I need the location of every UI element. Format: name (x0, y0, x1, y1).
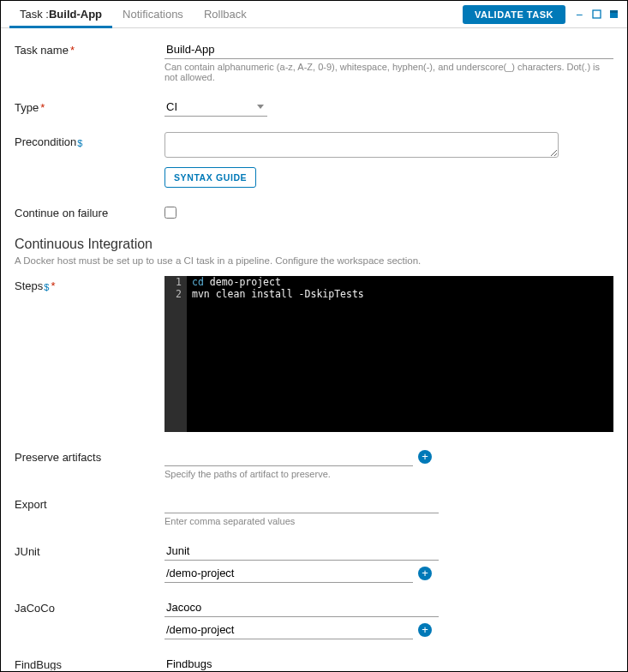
findbugs-name-input[interactable] (164, 655, 439, 670)
header-bar: Task : Build-App Notifications Rollback … (1, 1, 627, 28)
row-findbugs: FindBugs + (15, 655, 613, 670)
validate-task-button[interactable]: VALIDATE TASK (463, 5, 565, 24)
continue-label: Continue on failure (15, 203, 164, 221)
task-name-field: Can contain alphanumeric (a-z, A-Z, 0-9)… (164, 40, 613, 82)
svg-rect-2 (610, 10, 618, 13)
steps-label-text: Steps (15, 279, 43, 292)
row-continue: Continue on failure (15, 203, 613, 221)
junit-field: + (164, 542, 613, 583)
row-jacoco: JaCoCo + (15, 598, 613, 639)
type-select-wrap (164, 98, 267, 117)
line-number: 1 (164, 276, 187, 288)
required-marker: * (40, 101, 45, 114)
syntax-guide-button[interactable]: SYNTAX GUIDE (164, 167, 256, 188)
code-text: demo-project (204, 276, 281, 288)
code-keyword: cd (192, 276, 204, 288)
ci-section: Continuous Integration A Docker host mus… (15, 237, 613, 266)
findbugs-field: + (164, 655, 613, 670)
steps-code-editor[interactable]: 1cd demo-project2mvn clean install -Dski… (164, 276, 613, 432)
content-area: Task name* Can contain alphanumeric (a-z… (1, 28, 627, 670)
tabs: Task : Build-App Notifications Rollback (9, 1, 257, 27)
junit-label: JUnit (15, 542, 164, 583)
continue-field (164, 203, 613, 221)
required-marker: * (51, 279, 55, 292)
tab-task-prefix: Task : (20, 8, 49, 21)
task-name-label: Task name* (15, 40, 164, 82)
row-preserve: Preserve artifacts + Specify the paths o… (15, 447, 613, 479)
precondition-label-text: Precondition (15, 135, 76, 148)
row-junit: JUnit + (15, 542, 613, 583)
jacoco-path-input[interactable] (164, 621, 413, 639)
row-export: Export Enter comma separated values (15, 495, 613, 526)
type-label: Type* (15, 98, 164, 117)
header-actions: VALIDATE TASK − (463, 5, 619, 24)
binding-icon[interactable]: $ (77, 138, 82, 148)
export-field: Enter comma separated values (164, 495, 613, 526)
line-number: 2 (164, 288, 187, 300)
export-label: Export (15, 495, 164, 526)
precondition-input[interactable] (164, 132, 559, 158)
junit-path-input[interactable] (164, 564, 413, 583)
type-select[interactable] (164, 98, 267, 117)
precondition-field: SYNTAX GUIDE (164, 132, 613, 188)
type-label-text: Type (15, 101, 39, 114)
task-name-label-text: Task name (15, 44, 69, 57)
add-icon[interactable]: + (418, 567, 432, 580)
ci-section-desc: A Docker host must be set up to use a CI… (15, 255, 613, 266)
tab-task-name: Build-App (49, 8, 102, 21)
tab-notifications[interactable]: Notifications (112, 1, 194, 27)
code-text: mvn clean install -DskipTests (187, 288, 364, 300)
preserve-input[interactable] (164, 447, 413, 466)
binding-icon[interactable]: $ (44, 282, 49, 292)
maximize-icon[interactable] (608, 9, 619, 20)
add-icon[interactable]: + (418, 450, 432, 464)
required-marker: * (70, 44, 75, 57)
window-controls: − (574, 9, 619, 20)
tab-rollback[interactable]: Rollback (194, 1, 257, 27)
preserve-label: Preserve artifacts (15, 447, 164, 479)
steps-field: 1cd demo-project2mvn clean install -Dski… (164, 276, 613, 432)
task-name-input[interactable] (164, 40, 613, 59)
type-field (164, 98, 613, 117)
export-input[interactable] (164, 495, 439, 513)
jacoco-field: + (164, 598, 613, 639)
row-precondition: Precondition$ SYNTAX GUIDE (15, 132, 613, 188)
add-icon[interactable]: + (418, 623, 432, 637)
preserve-helper: Specify the paths of artifact to preserv… (164, 469, 613, 479)
row-type: Type* (15, 98, 613, 117)
precondition-label: Precondition$ (15, 132, 164, 188)
steps-label: Steps$* (15, 276, 164, 432)
jacoco-label: JaCoCo (15, 598, 164, 639)
ci-section-title: Continuous Integration (15, 237, 613, 252)
tab-task[interactable]: Task : Build-App (9, 1, 112, 27)
task-name-helper: Can contain alphanumeric (a-z, A-Z, 0-9)… (164, 62, 613, 82)
row-steps: Steps$* 1cd demo-project2mvn clean insta… (15, 276, 613, 432)
restore-icon[interactable] (591, 9, 601, 20)
row-task-name: Task name* Can contain alphanumeric (a-z… (15, 40, 613, 82)
svg-rect-0 (593, 10, 601, 18)
jacoco-name-input[interactable] (164, 598, 439, 617)
minimize-icon[interactable]: − (574, 9, 584, 20)
export-helper: Enter comma separated values (164, 516, 613, 526)
junit-name-input[interactable] (164, 542, 439, 561)
continue-on-failure-checkbox[interactable] (164, 207, 176, 219)
findbugs-label: FindBugs (15, 655, 164, 670)
preserve-field: + Specify the paths of artifact to prese… (164, 447, 613, 479)
